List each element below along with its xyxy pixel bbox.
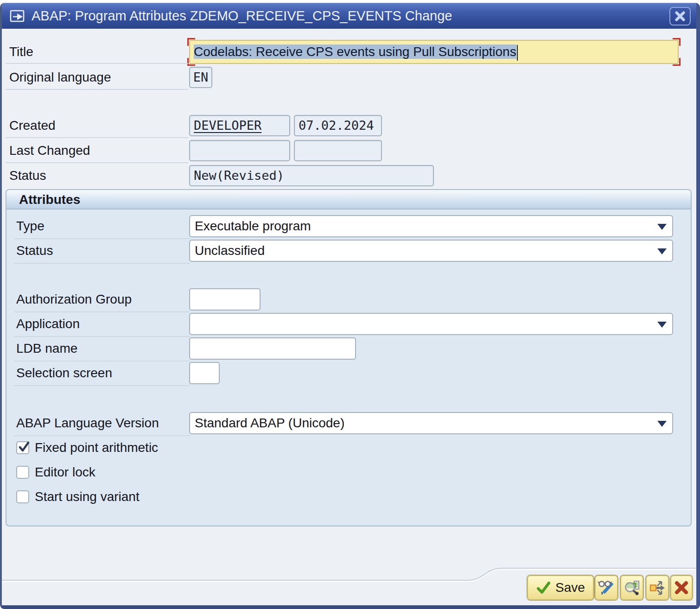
type-dropdown[interactable]: Executable program (189, 215, 673, 237)
editor-lock-row[interactable]: Editor lock (16, 465, 95, 480)
title-input[interactable]: Codelabs: Receive CPS events using Pull … (189, 40, 679, 64)
attr-status-label: Status (16, 240, 53, 262)
dropdown-arrow-icon (657, 322, 667, 328)
row-separator (14, 238, 190, 239)
dropdown-arrow-icon (657, 248, 667, 254)
authorization-group-input[interactable] (189, 288, 261, 311)
row-separator (14, 385, 190, 386)
checkmark-icon (16, 439, 32, 455)
magnifier-list-icon (623, 579, 641, 596)
dialog-screen-icon (9, 8, 28, 24)
original-language-label: Original language (9, 67, 111, 88)
focus-corner-icon (673, 58, 681, 66)
selection-screen-label: Selection screen (16, 362, 112, 384)
cancel-button[interactable] (670, 575, 693, 600)
status-label: Status (9, 165, 46, 186)
row-separator (14, 435, 190, 436)
dropdown-arrow-icon (657, 421, 667, 427)
fixed-point-arithmetic-checkbox[interactable] (16, 441, 29, 454)
row-separator (6, 63, 188, 64)
last-changed-label: Last Changed (9, 140, 90, 161)
created-date-field[interactable]: 07.02.2024 (294, 115, 382, 136)
title-label: Title (9, 40, 33, 64)
check-object-button[interactable] (620, 575, 643, 600)
focus-corner-icon (187, 38, 195, 46)
authorization-group-label: Authorization Group (16, 288, 132, 311)
created-user-field[interactable]: DEVELOPER (189, 115, 290, 136)
ldb-name-label: LDB name (16, 337, 77, 360)
editor-lock-label: Editor lock (35, 465, 95, 480)
row-separator (6, 162, 188, 163)
row-separator (14, 311, 190, 312)
start-using-variant-label: Start using variant (35, 489, 140, 504)
glasses-pencil-icon (598, 579, 615, 596)
last-changed-user-field[interactable] (189, 140, 290, 161)
row-separator (14, 361, 190, 362)
ldb-name-input[interactable] (189, 337, 356, 360)
last-changed-date-field[interactable] (294, 140, 382, 161)
save-button[interactable]: Save (527, 575, 594, 600)
start-using-variant-checkbox[interactable] (16, 490, 29, 503)
text-caret (517, 45, 518, 61)
row-separator (14, 336, 190, 337)
created-label: Created (9, 115, 56, 136)
type-dropdown-value: Executable program (195, 219, 311, 233)
fixed-point-arithmetic-row[interactable]: Fixed point arithmetic (16, 440, 158, 455)
title-input-value: Codelabs: Receive CPS events using Pull … (194, 44, 516, 59)
focus-corner-icon (187, 58, 195, 66)
screen: ABAP: Program Attributes ZDEMO_RECEIVE_C… (0, 0, 700, 609)
fixed-point-arithmetic-label: Fixed point arithmetic (35, 440, 158, 455)
dialog-content: Title Codelabs: Receive CPS events using… (2, 29, 696, 605)
attr-status-dropdown[interactable]: Unclassified (189, 240, 673, 262)
row-separator (6, 137, 188, 138)
focus-corner-icon (673, 38, 681, 46)
row-separator (14, 263, 190, 264)
dialog-titlebar[interactable]: ABAP: Program Attributes ZDEMO_RECEIVE_C… (2, 3, 696, 29)
selection-screen-input[interactable] (189, 362, 220, 384)
row-separator (6, 89, 188, 90)
save-button-label: Save (555, 580, 585, 595)
abap-language-version-value: Standard ABAP (Unicode) (195, 416, 344, 430)
attributes-group-header: Attributes (6, 190, 691, 209)
editor-lock-checkbox[interactable] (16, 466, 29, 479)
save-check-icon (536, 580, 551, 595)
start-using-variant-row[interactable]: Start using variant (16, 489, 140, 504)
display-change-button[interactable] (595, 575, 618, 600)
original-language-field[interactable]: EN (189, 67, 212, 88)
close-button[interactable] (669, 7, 691, 25)
attr-status-dropdown-value: Unclassified (195, 243, 265, 258)
branching-arrows-icon (649, 579, 666, 596)
application-label: Application (16, 313, 80, 335)
dialog-title: ABAP: Program Attributes ZDEMO_RECEIVE_C… (32, 3, 452, 29)
abap-program-attributes-dialog: ABAP: Program Attributes ZDEMO_RECEIVE_C… (0, 3, 700, 609)
type-label: Type (16, 215, 45, 237)
application-dropdown[interactable] (189, 313, 673, 335)
cancel-x-icon (674, 580, 689, 596)
transport-button[interactable] (646, 575, 669, 600)
abap-language-version-dropdown[interactable]: Standard ABAP (Unicode) (189, 412, 673, 434)
dropdown-arrow-icon (657, 224, 667, 230)
status-field[interactable]: New(Revised) (189, 165, 434, 186)
close-icon (674, 10, 686, 22)
abap-language-version-label: ABAP Language Version (16, 412, 159, 434)
